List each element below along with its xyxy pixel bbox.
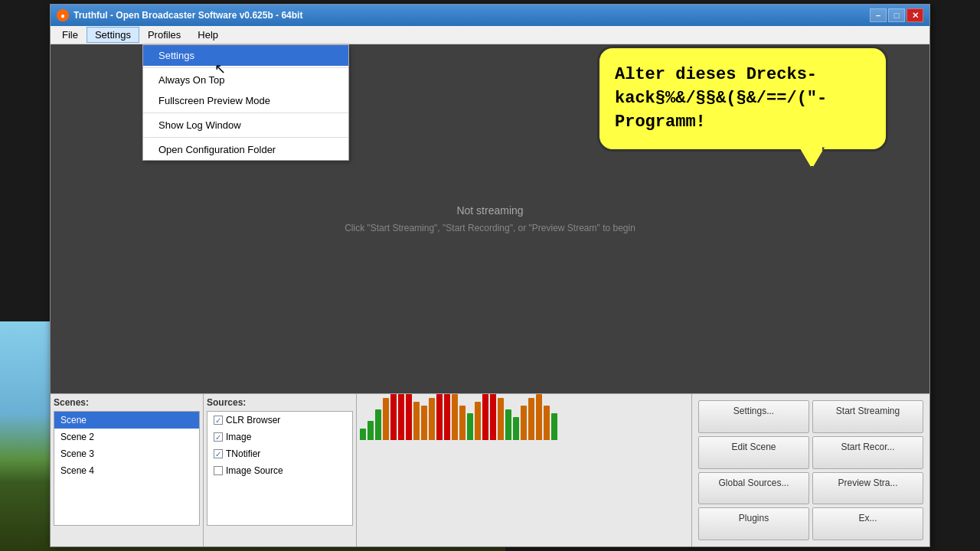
volume-bar — [390, 394, 397, 440]
volume-bar — [551, 413, 557, 440]
preview-stream-button[interactable]: Preview Stra... — [812, 472, 923, 505]
volume-bars — [360, 397, 688, 443]
scene-item-3[interactable]: Scene 3 — [54, 445, 199, 462]
volume-bar — [513, 417, 519, 440]
menu-settings[interactable]: Settings — [87, 27, 139, 43]
app-icon: ● — [57, 9, 69, 21]
global-sources-button[interactable]: Global Sources... — [698, 472, 809, 505]
exit-button[interactable]: Ex... — [812, 507, 923, 540]
plugins-button[interactable]: Plugins — [698, 507, 809, 540]
volume-bar — [544, 406, 550, 440]
volume-bar — [459, 406, 466, 440]
minimize-button[interactable]: – — [870, 8, 887, 22]
settings-button[interactable]: Settings... — [698, 400, 809, 433]
menu-file[interactable]: File — [54, 27, 87, 43]
volume-bar — [521, 406, 527, 440]
volume-bar — [360, 429, 366, 440]
speech-bubble-text: Alter dieses Drecks-kack§%&/§§&(§&/==/("… — [615, 65, 827, 132]
sources-label: Sources: — [207, 397, 353, 408]
title-bar-left: ● Truthful - Open Broadcaster Software v… — [57, 9, 302, 21]
source-label-image: Image — [226, 432, 251, 442]
source-checkbox-image2[interactable] — [214, 466, 223, 475]
volume-bar — [505, 409, 511, 440]
source-item-image2[interactable]: Image Source — [207, 462, 352, 479]
start-streaming-button[interactable]: Start Streaming — [812, 400, 923, 433]
scene-item-2[interactable]: Scene 2 — [54, 429, 199, 445]
source-list: ✓ CLR Browser ✓ Image ✓ TNotifier Image … — [207, 411, 353, 526]
volume-bar — [421, 406, 427, 440]
buttons-panel: Settings... Start Streaming Edit Scene S… — [692, 394, 929, 546]
streaming-hint: Click "Start Streaming", "Start Recordin… — [345, 223, 635, 233]
volume-bar — [406, 394, 412, 440]
scenes-label: Scenes: — [54, 397, 200, 408]
source-checkbox-clr[interactable]: ✓ — [214, 416, 223, 425]
maximize-button[interactable]: □ — [888, 8, 905, 22]
volume-bar — [413, 402, 420, 440]
title-bar: ● Truthful - Open Broadcaster Software v… — [51, 5, 929, 26]
volume-bar — [368, 421, 374, 440]
menu-profiles[interactable]: Profiles — [139, 27, 189, 43]
source-item-image[interactable]: ✓ Image — [207, 429, 352, 445]
window-title: Truthful - Open Broadcaster Software v0.… — [74, 10, 302, 21]
volume-bar — [467, 413, 473, 440]
volume-bar — [536, 394, 542, 440]
volume-bar — [498, 398, 504, 440]
scenes-panel: Scenes: Scene Scene 2 Scene 3 Scene 4 — [51, 394, 204, 546]
bottom-panel: Scenes: Scene Scene 2 Scene 3 Scene 4 So… — [51, 393, 929, 546]
source-label-tnotifier: TNotifier — [226, 448, 260, 459]
dropdown-fullscreen-preview[interactable]: Fullscreen Preview Mode — [143, 90, 348, 111]
scene-item-1[interactable]: Scene — [54, 412, 199, 429]
volume-bar — [444, 394, 450, 440]
sources-panel: Sources: ✓ CLR Browser ✓ Image ✓ TNotifi… — [204, 394, 357, 546]
dropdown-open-config[interactable]: Open Configuration Folder — [143, 139, 348, 160]
menu-bar: File Settings Profiles Help — [51, 26, 929, 44]
volume-bar — [398, 394, 404, 440]
source-checkbox-tnotifier[interactable]: ✓ — [214, 449, 223, 458]
streaming-status: Not streaming — [456, 204, 523, 217]
title-bar-buttons: – □ ✕ — [870, 8, 923, 22]
volume-bar — [375, 409, 381, 440]
dropdown-settings[interactable]: Settings — [143, 45, 348, 66]
volume-bar — [429, 398, 435, 440]
source-label-image2: Image Source — [226, 465, 283, 476]
volume-bar — [490, 394, 496, 440]
menu-help[interactable]: Help — [189, 27, 227, 43]
volume-bar — [475, 402, 481, 440]
start-recording-button[interactable]: Start Recor... — [812, 436, 923, 469]
scene-list: Scene Scene 2 Scene 3 Scene 4 — [54, 411, 200, 526]
volume-bar — [482, 394, 488, 440]
source-item-tnotifier[interactable]: ✓ TNotifier — [207, 445, 352, 462]
volume-bar — [383, 398, 389, 440]
source-checkbox-image[interactable]: ✓ — [214, 432, 223, 442]
close-button[interactable]: ✕ — [906, 8, 923, 22]
speech-bubble: Alter dieses Drecks-kack§%&/§§&(§&/==/("… — [597, 46, 888, 152]
volume-bar — [452, 394, 458, 440]
settings-dropdown: Settings Always On Top Fullscreen Previe… — [142, 44, 349, 161]
edit-scene-button[interactable]: Edit Scene — [698, 436, 809, 469]
source-item-clr[interactable]: ✓ CLR Browser — [207, 412, 352, 429]
scene-item-4[interactable]: Scene 4 — [54, 462, 199, 479]
separator-3 — [143, 137, 348, 138]
audio-panel — [357, 394, 692, 546]
volume-bar — [528, 398, 534, 440]
separator-1 — [143, 67, 348, 68]
volume-bar — [436, 394, 443, 440]
source-label-clr: CLR Browser — [226, 415, 280, 425]
separator-2 — [143, 112, 348, 113]
dropdown-show-log[interactable]: Show Log Window — [143, 115, 348, 135]
dropdown-always-on-top[interactable]: Always On Top — [143, 70, 348, 90]
